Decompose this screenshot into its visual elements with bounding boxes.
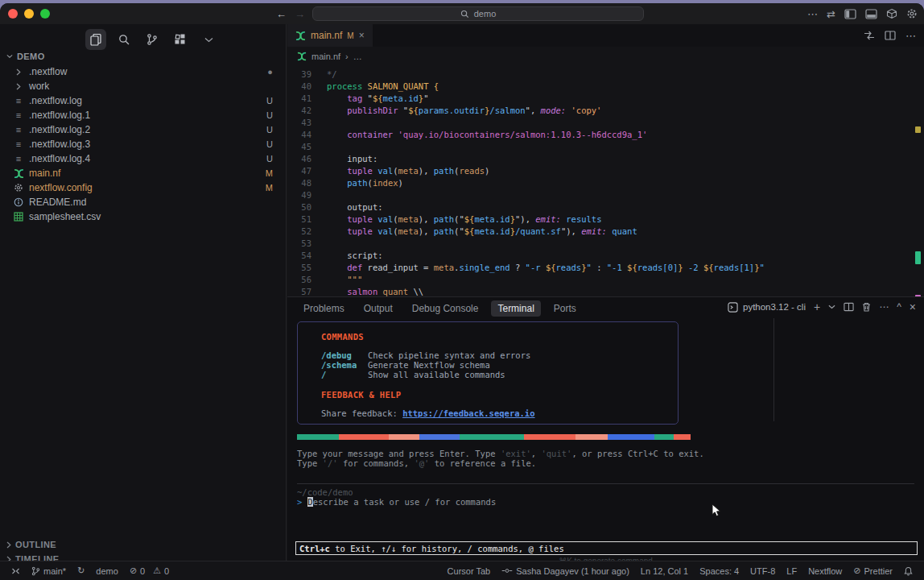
outline-section[interactable]: OUTLINE bbox=[6, 540, 56, 549]
code-token bbox=[327, 154, 347, 164]
log-file-icon: ≡ bbox=[13, 110, 24, 120]
status-left: main* ↻ demo ⊘ 0 ⚠ 0 bbox=[11, 566, 169, 576]
git-branch-item[interactable]: main* bbox=[31, 566, 66, 576]
code-token: meta.id bbox=[383, 93, 419, 103]
encoding-item[interactable]: UTF-8 bbox=[750, 566, 775, 576]
close-window-button[interactable] bbox=[8, 9, 18, 19]
file-row[interactable]: ≡ samplesheet.csv bbox=[0, 209, 286, 224]
command-center-search[interactable]: demo bbox=[312, 6, 644, 21]
tab-main-nf[interactable]: main.nf M × bbox=[287, 24, 373, 47]
cursor-tab-item[interactable]: Cursor Tab bbox=[448, 566, 491, 576]
code-tokens: input: bbox=[327, 154, 377, 164]
stripe-segment bbox=[297, 434, 339, 440]
panel-tab[interactable]: Problems bbox=[297, 300, 351, 317]
cube-icon[interactable] bbox=[886, 8, 897, 19]
language-mode-item[interactable]: Nextflow bbox=[808, 566, 842, 576]
notifications-item[interactable] bbox=[904, 566, 913, 576]
file-row[interactable]: ≡ nextflow.config M bbox=[0, 180, 286, 195]
panel-tab[interactable]: Debug Console bbox=[406, 300, 485, 317]
file-row[interactable]: ≡ .nextflow.log.3 U bbox=[0, 137, 286, 151]
code-token: quant bbox=[383, 287, 409, 296]
toggle-sidebar-icon[interactable] bbox=[844, 9, 856, 19]
file-row[interactable]: ≡ .nextflow.log U bbox=[0, 93, 286, 108]
shortcut-help-bar: Ctrl+c to Exit, ↑/↓ for history, / comma… bbox=[295, 541, 918, 555]
chevron-down-icon[interactable] bbox=[828, 304, 835, 309]
remote-indicator[interactable] bbox=[11, 567, 20, 575]
problems-item[interactable]: ⊘ 0 ⚠ 0 bbox=[130, 566, 169, 576]
line-number: 54 bbox=[287, 251, 311, 260]
file-row[interactable]: ≡ README.md bbox=[0, 195, 286, 209]
breadcrumb[interactable]: main.nf › … bbox=[297, 47, 362, 66]
git-blame-item[interactable]: Sasha Dagayev (1 hour ago) bbox=[501, 566, 629, 576]
minimize-window-button[interactable] bbox=[24, 9, 34, 19]
forward-icon[interactable]: → bbox=[295, 8, 305, 20]
split-editor-icon[interactable] bbox=[885, 31, 896, 40]
source-control-icon[interactable] bbox=[142, 29, 163, 50]
more-icon[interactable]: ⋯ bbox=[807, 8, 818, 20]
eol-item[interactable]: LF bbox=[786, 566, 797, 576]
maximize-window-button[interactable] bbox=[40, 9, 50, 19]
maximize-panel-icon[interactable]: ^ bbox=[897, 301, 901, 313]
explorer-section-header[interactable]: DEMO bbox=[6, 52, 45, 61]
hint-token: 'quit' bbox=[541, 449, 571, 458]
hint-token: , bbox=[531, 449, 542, 458]
file-row[interactable]: ≡ main.nf M bbox=[0, 166, 286, 180]
close-tab-icon[interactable]: × bbox=[359, 30, 365, 41]
panel-tab[interactable]: Terminal bbox=[491, 300, 540, 317]
settings-gear-icon[interactable] bbox=[906, 8, 918, 19]
indentation-item[interactable]: Spaces: 4 bbox=[699, 566, 739, 576]
code-token: "), bbox=[561, 226, 581, 236]
line-number: 52 bbox=[287, 226, 311, 236]
file-row[interactable]: ≡ work bbox=[0, 79, 286, 93]
code-token: " bbox=[760, 263, 765, 272]
git-status-badge: U bbox=[266, 154, 273, 164]
line-col-item[interactable]: Ln 12, Col 1 bbox=[641, 566, 688, 576]
progress-stripe bbox=[297, 434, 691, 440]
extensions-icon[interactable] bbox=[170, 29, 191, 50]
code-area[interactable]: 39 */ 40 process SALMON_QUANT { 41 tag "… bbox=[287, 68, 913, 296]
code-token: 'copy' bbox=[571, 106, 602, 115]
log-file-icon: ≡ bbox=[13, 125, 24, 135]
prompt-input[interactable]: > D escribe a task or use / for commands bbox=[297, 497, 496, 507]
file-row[interactable]: ≡ .nextflow.log.4 U bbox=[0, 151, 286, 166]
terminal-shell-item[interactable]: python3.12 - cli bbox=[728, 302, 806, 313]
code-token: def bbox=[347, 263, 362, 272]
new-terminal-icon[interactable]: + bbox=[814, 300, 820, 313]
more-actions-icon[interactable]: ⋯ bbox=[905, 30, 916, 42]
overview-ruler[interactable] bbox=[915, 68, 921, 296]
search-value: demo bbox=[474, 9, 497, 19]
search-view-icon[interactable] bbox=[113, 29, 134, 50]
error-count: 0 bbox=[140, 566, 145, 576]
chevron-down-icon[interactable] bbox=[198, 29, 219, 50]
code-token: val bbox=[377, 214, 393, 224]
code-token: val bbox=[377, 166, 393, 176]
code-token: output: bbox=[347, 202, 382, 212]
sync-arrows-icon[interactable]: ⇄ bbox=[827, 8, 835, 20]
sync-item[interactable]: ↻ bbox=[77, 566, 85, 576]
split-terminal-icon[interactable] bbox=[844, 302, 854, 312]
code-token: ${ bbox=[464, 226, 475, 236]
section-label: DEMO bbox=[17, 52, 45, 61]
feedback-link[interactable]: https://feedback.seqera.io bbox=[402, 408, 534, 418]
editor-group: main.nf M × ⋯ main.nf › … 39 */ bbox=[287, 24, 924, 296]
code-tokens: """ bbox=[327, 275, 362, 284]
panel-tab[interactable]: Ports bbox=[547, 300, 583, 317]
explorer-icon[interactable] bbox=[85, 29, 106, 50]
formatter-item[interactable]: ⊘ Prettier bbox=[853, 566, 893, 576]
trash-icon[interactable] bbox=[862, 302, 871, 312]
breadcrumb-file: main.nf bbox=[311, 52, 340, 61]
panel-tab[interactable]: Output bbox=[357, 300, 399, 317]
file-row[interactable]: ≡ .nextflow.log.2 U bbox=[0, 122, 286, 137]
file-row[interactable]: ≡ .nextflow ● bbox=[0, 64, 286, 79]
hint-line-2: Type '/' for commands, '@' to reference … bbox=[297, 458, 704, 468]
code-token: meta bbox=[398, 214, 419, 224]
more-actions-icon[interactable]: ⋯ bbox=[879, 301, 889, 313]
close-panel-icon[interactable]: × bbox=[910, 300, 916, 313]
back-icon[interactable]: ← bbox=[276, 8, 287, 20]
toggle-panel-icon[interactable] bbox=[865, 9, 877, 19]
open-changes-icon[interactable] bbox=[864, 31, 875, 40]
file-row[interactable]: ≡ .nextflow.log.1 U bbox=[0, 108, 286, 122]
command-name: /schema bbox=[321, 360, 368, 370]
project-name[interactable]: demo bbox=[96, 566, 118, 576]
formatter-name: Prettier bbox=[864, 566, 893, 576]
